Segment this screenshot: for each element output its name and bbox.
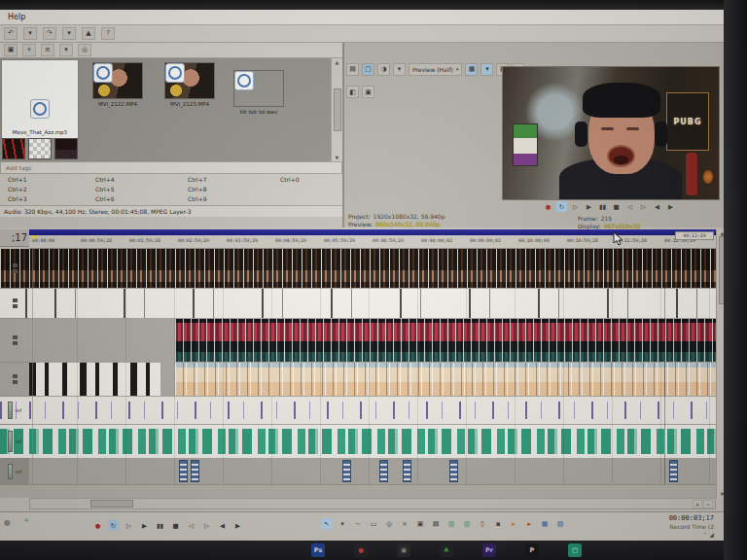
premiere-taskbar-icon[interactable]: Pr — [482, 543, 496, 557]
preview-quality-dropdown[interactable]: Preview (Half) ▾ — [409, 63, 462, 76]
timeline-track[interactable] — [29, 249, 716, 288]
redo-button[interactable]: ↷ — [43, 27, 56, 40]
status-dot-icon[interactable]: ● — [4, 518, 11, 527]
media-mini-thumb-red[interactable] — [2, 138, 25, 159]
record-button[interactable]: ● — [92, 520, 103, 531]
split-screen-button[interactable]: ◑ — [377, 63, 390, 76]
go-to-start-button[interactable]: ◁ — [624, 201, 635, 212]
track-header[interactable]: -Inf — [0, 397, 29, 424]
small-audio-clip[interactable] — [403, 460, 411, 482]
undo-button[interactable]: ↶ — [4, 27, 18, 40]
normal-edit-tool-button[interactable]: ↖ — [321, 518, 333, 530]
small-audio-clip[interactable] — [449, 460, 458, 482]
track-header[interactable] — [0, 249, 29, 288]
parsec-taskbar-icon[interactable]: P — [525, 543, 539, 557]
ungroup-events-button[interactable]: ▥ — [461, 518, 473, 530]
track-buttons-icon[interactable] — [13, 263, 18, 273]
media-views-caret-icon[interactable]: ▾ — [59, 44, 73, 56]
zoom-edit-tool-button[interactable]: ◎ — [383, 518, 395, 530]
zoom-out-button[interactable]: − — [703, 500, 713, 508]
stop-button[interactable]: ■ — [611, 201, 622, 212]
small-audio-clip[interactable] — [342, 460, 351, 482]
loop-playback-button[interactable]: ↻ — [108, 520, 119, 531]
track-buttons-icon[interactable] — [13, 335, 18, 345]
camera-app-taskbar-icon[interactable]: ▣ — [397, 543, 410, 557]
record-button[interactable]: ● — [543, 201, 553, 212]
preview-device-icon[interactable]: ▣ — [362, 86, 374, 98]
play-button[interactable]: ▶ — [584, 201, 594, 212]
paste-button[interactable]: ▤ — [430, 518, 442, 530]
piano-bar-clip[interactable] — [29, 363, 160, 396]
small-audio-clip[interactable] — [669, 460, 678, 482]
volume-fader[interactable] — [8, 431, 13, 451]
track-header[interactable] — [0, 363, 29, 396]
timeline-track[interactable] — [29, 363, 716, 396]
Move_That_Azz.mp3[interactable]: Move_That_Azz.mp3 — [2, 60, 78, 138]
tray-chevron-icon[interactable]: ^ ◢ — [702, 531, 714, 538]
previous-frame-button[interactable]: ◀ — [217, 520, 228, 531]
cut-button[interactable]: × — [399, 518, 410, 530]
timeline-track[interactable] — [29, 397, 716, 424]
insert-region-button[interactable]: ▸ — [523, 518, 535, 530]
obs-taskbar-icon[interactable]: ● — [354, 543, 368, 557]
split-screen-view-icon[interactable]: ◧ — [346, 86, 359, 98]
media-views-button[interactable]: ≡ — [41, 44, 54, 56]
snap-toggle-button[interactable]: ▦ — [539, 518, 551, 530]
undo-caret-icon[interactable]: ▾ — [23, 27, 37, 40]
tik tok lol.wav[interactable]: tik tok lol.wav — [230, 60, 288, 118]
timeline-track[interactable] — [29, 425, 716, 458]
previous-frame-button[interactable]: ◀ — [652, 201, 662, 212]
loop-playback-button[interactable]: ↻ — [556, 201, 567, 212]
clip-segment[interactable] — [175, 363, 716, 396]
volume-fader[interactable] — [8, 402, 13, 418]
go-to-end-button[interactable]: ▷ — [201, 520, 212, 531]
scroll-thumb[interactable] — [90, 500, 133, 508]
scroll-thumb[interactable] — [334, 88, 341, 131]
import-media-button[interactable]: + — [22, 44, 36, 56]
timeline-tracks[interactable] — [29, 249, 716, 484]
media-mini-thumb-red2[interactable] — [54, 138, 78, 159]
help-cursor-button[interactable]: ? — [101, 27, 115, 40]
play-from-start-button[interactable]: ▷ — [570, 201, 581, 212]
go-to-start-button[interactable]: ◁ — [186, 520, 196, 531]
track-buttons-icon[interactable] — [13, 374, 18, 384]
media-preview-button[interactable]: ◎ — [78, 44, 91, 56]
scroll-up-icon[interactable]: ▲ — [336, 59, 339, 65]
menu-item-help[interactable]: Help — [8, 13, 25, 21]
media-bin-scrollbar[interactable]: ▲ ▼ — [331, 58, 342, 161]
MVI_2123.MP4[interactable]: MVI_2123.MP4 — [158, 60, 222, 110]
screen-share-taskbar-icon[interactable]: ▢ — [568, 543, 582, 557]
track-header[interactable] — [0, 319, 29, 362]
small-audio-clip[interactable] — [179, 460, 188, 482]
small-audio-clip[interactable] — [379, 460, 388, 482]
split-screen-caret-icon[interactable]: ▾ — [393, 63, 406, 76]
interaction-tool-button[interactable]: ▲ — [82, 27, 95, 40]
overlays-button[interactable]: ▦ — [465, 63, 478, 76]
overlays-caret-icon[interactable]: ▾ — [480, 63, 493, 76]
next-frame-button[interactable]: ▶ — [665, 201, 676, 212]
track-header[interactable]: -Inf — [0, 459, 29, 484]
track-buttons-icon[interactable] — [13, 298, 18, 308]
small-audio-clip[interactable] — [191, 460, 199, 482]
split-button[interactable]: ▯ — [477, 518, 488, 530]
pause-button[interactable]: ▮▮ — [155, 520, 165, 531]
group-events-button[interactable]: ▥ — [445, 518, 457, 530]
playhead-marker[interactable] — [30, 235, 38, 240]
external-monitor-button[interactable]: ▢ — [362, 63, 374, 76]
selection-edit-tool-button[interactable]: ▭ — [368, 518, 379, 530]
envelope-edit-tool-button[interactable]: ~ — [352, 518, 364, 530]
edit-tool-caret-icon[interactable]: ▾ — [337, 518, 348, 530]
track-header[interactable] — [0, 289, 29, 318]
stop-button[interactable]: ■ — [170, 520, 181, 531]
scroll-down-icon[interactable]: ▼ — [336, 155, 339, 160]
automation-settings-icon[interactable]: * — [24, 518, 28, 527]
clip-segment[interactable] — [175, 319, 716, 362]
tree-app-taskbar-icon[interactable]: ♣ — [440, 543, 453, 557]
volume-fader[interactable] — [8, 464, 13, 479]
timeline-track[interactable] — [29, 459, 716, 484]
MVI_2122.MP4[interactable]: MVI_2122.MP4 — [86, 60, 150, 110]
play-button[interactable]: ▶ — [139, 520, 150, 531]
zoom-in-button[interactable]: + — [693, 500, 702, 508]
redo-caret-icon[interactable]: ▾ — [62, 27, 76, 40]
timeline-track[interactable] — [29, 319, 716, 362]
